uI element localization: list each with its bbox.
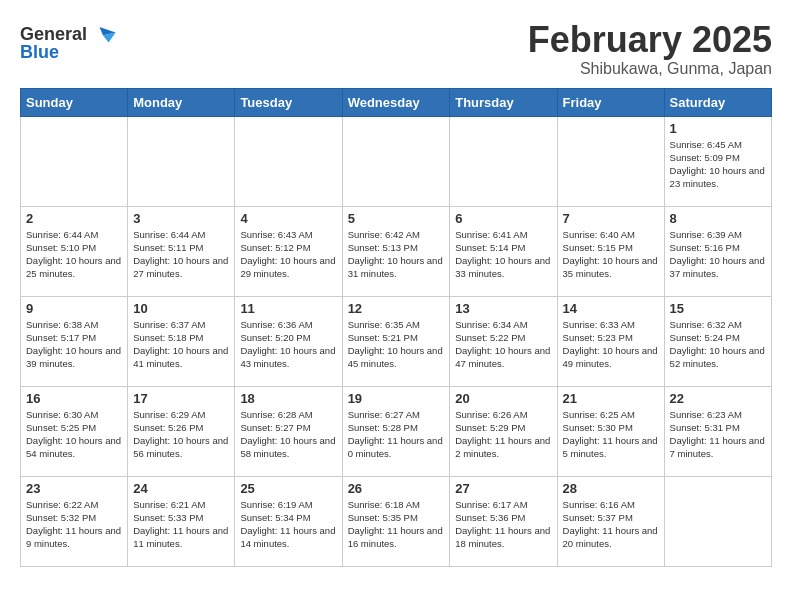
day-info: Sunrise: 6:36 AM Sunset: 5:20 PM Dayligh… <box>240 318 336 371</box>
calendar: SundayMondayTuesdayWednesdayThursdayFrid… <box>20 88 772 567</box>
day-number: 17 <box>133 391 229 406</box>
day-info: Sunrise: 6:21 AM Sunset: 5:33 PM Dayligh… <box>133 498 229 551</box>
day-cell: 16Sunrise: 6:30 AM Sunset: 5:25 PM Dayli… <box>21 386 128 476</box>
weekday-header-sunday: Sunday <box>21 88 128 116</box>
day-number: 27 <box>455 481 551 496</box>
day-number: 3 <box>133 211 229 226</box>
header: General Blue February 2025 Shibukawa, Gu… <box>20 20 772 78</box>
day-info: Sunrise: 6:44 AM Sunset: 5:10 PM Dayligh… <box>26 228 122 281</box>
day-cell: 17Sunrise: 6:29 AM Sunset: 5:26 PM Dayli… <box>128 386 235 476</box>
day-cell: 10Sunrise: 6:37 AM Sunset: 5:18 PM Dayli… <box>128 296 235 386</box>
day-cell: 21Sunrise: 6:25 AM Sunset: 5:30 PM Dayli… <box>557 386 664 476</box>
day-cell: 1Sunrise: 6:45 AM Sunset: 5:09 PM Daylig… <box>664 116 771 206</box>
day-info: Sunrise: 6:26 AM Sunset: 5:29 PM Dayligh… <box>455 408 551 461</box>
title-area: February 2025 Shibukawa, Gunma, Japan <box>528 20 772 78</box>
day-cell: 18Sunrise: 6:28 AM Sunset: 5:27 PM Dayli… <box>235 386 342 476</box>
day-cell <box>235 116 342 206</box>
week-row-2: 9Sunrise: 6:38 AM Sunset: 5:17 PM Daylig… <box>21 296 772 386</box>
day-cell: 6Sunrise: 6:41 AM Sunset: 5:14 PM Daylig… <box>450 206 557 296</box>
day-number: 4 <box>240 211 336 226</box>
day-info: Sunrise: 6:35 AM Sunset: 5:21 PM Dayligh… <box>348 318 445 371</box>
day-number: 19 <box>348 391 445 406</box>
day-cell: 15Sunrise: 6:32 AM Sunset: 5:24 PM Dayli… <box>664 296 771 386</box>
day-number: 15 <box>670 301 766 316</box>
day-number: 21 <box>563 391 659 406</box>
day-cell: 12Sunrise: 6:35 AM Sunset: 5:21 PM Dayli… <box>342 296 450 386</box>
day-info: Sunrise: 6:17 AM Sunset: 5:36 PM Dayligh… <box>455 498 551 551</box>
day-cell: 2Sunrise: 6:44 AM Sunset: 5:10 PM Daylig… <box>21 206 128 296</box>
day-number: 22 <box>670 391 766 406</box>
day-cell <box>664 476 771 566</box>
logo: General Blue <box>20 20 117 63</box>
weekday-header-thursday: Thursday <box>450 88 557 116</box>
day-cell: 25Sunrise: 6:19 AM Sunset: 5:34 PM Dayli… <box>235 476 342 566</box>
day-cell <box>128 116 235 206</box>
logo-blue-text: Blue <box>20 42 59 63</box>
weekday-header-friday: Friday <box>557 88 664 116</box>
day-cell: 11Sunrise: 6:36 AM Sunset: 5:20 PM Dayli… <box>235 296 342 386</box>
day-number: 7 <box>563 211 659 226</box>
day-info: Sunrise: 6:16 AM Sunset: 5:37 PM Dayligh… <box>563 498 659 551</box>
day-cell: 14Sunrise: 6:33 AM Sunset: 5:23 PM Dayli… <box>557 296 664 386</box>
day-info: Sunrise: 6:32 AM Sunset: 5:24 PM Dayligh… <box>670 318 766 371</box>
day-cell: 20Sunrise: 6:26 AM Sunset: 5:29 PM Dayli… <box>450 386 557 476</box>
day-number: 28 <box>563 481 659 496</box>
day-cell: 24Sunrise: 6:21 AM Sunset: 5:33 PM Dayli… <box>128 476 235 566</box>
day-number: 2 <box>26 211 122 226</box>
day-cell: 28Sunrise: 6:16 AM Sunset: 5:37 PM Dayli… <box>557 476 664 566</box>
week-row-3: 16Sunrise: 6:30 AM Sunset: 5:25 PM Dayli… <box>21 386 772 476</box>
day-info: Sunrise: 6:19 AM Sunset: 5:34 PM Dayligh… <box>240 498 336 551</box>
day-number: 26 <box>348 481 445 496</box>
month-title: February 2025 <box>528 20 772 60</box>
day-cell: 22Sunrise: 6:23 AM Sunset: 5:31 PM Dayli… <box>664 386 771 476</box>
day-number: 10 <box>133 301 229 316</box>
day-info: Sunrise: 6:23 AM Sunset: 5:31 PM Dayligh… <box>670 408 766 461</box>
weekday-header-tuesday: Tuesday <box>235 88 342 116</box>
day-number: 20 <box>455 391 551 406</box>
day-cell: 8Sunrise: 6:39 AM Sunset: 5:16 PM Daylig… <box>664 206 771 296</box>
day-info: Sunrise: 6:38 AM Sunset: 5:17 PM Dayligh… <box>26 318 122 371</box>
day-info: Sunrise: 6:45 AM Sunset: 5:09 PM Dayligh… <box>670 138 766 191</box>
day-cell: 9Sunrise: 6:38 AM Sunset: 5:17 PM Daylig… <box>21 296 128 386</box>
day-number: 1 <box>670 121 766 136</box>
weekday-header-wednesday: Wednesday <box>342 88 450 116</box>
day-info: Sunrise: 6:22 AM Sunset: 5:32 PM Dayligh… <box>26 498 122 551</box>
location-title: Shibukawa, Gunma, Japan <box>528 60 772 78</box>
day-info: Sunrise: 6:42 AM Sunset: 5:13 PM Dayligh… <box>348 228 445 281</box>
day-cell: 27Sunrise: 6:17 AM Sunset: 5:36 PM Dayli… <box>450 476 557 566</box>
day-info: Sunrise: 6:30 AM Sunset: 5:25 PM Dayligh… <box>26 408 122 461</box>
day-info: Sunrise: 6:25 AM Sunset: 5:30 PM Dayligh… <box>563 408 659 461</box>
weekday-header-row: SundayMondayTuesdayWednesdayThursdayFrid… <box>21 88 772 116</box>
day-cell: 26Sunrise: 6:18 AM Sunset: 5:35 PM Dayli… <box>342 476 450 566</box>
day-number: 16 <box>26 391 122 406</box>
weekday-header-saturday: Saturday <box>664 88 771 116</box>
day-info: Sunrise: 6:43 AM Sunset: 5:12 PM Dayligh… <box>240 228 336 281</box>
day-number: 12 <box>348 301 445 316</box>
day-number: 9 <box>26 301 122 316</box>
day-cell: 4Sunrise: 6:43 AM Sunset: 5:12 PM Daylig… <box>235 206 342 296</box>
day-number: 24 <box>133 481 229 496</box>
week-row-1: 2Sunrise: 6:44 AM Sunset: 5:10 PM Daylig… <box>21 206 772 296</box>
day-info: Sunrise: 6:37 AM Sunset: 5:18 PM Dayligh… <box>133 318 229 371</box>
day-info: Sunrise: 6:44 AM Sunset: 5:11 PM Dayligh… <box>133 228 229 281</box>
day-number: 18 <box>240 391 336 406</box>
day-number: 13 <box>455 301 551 316</box>
day-info: Sunrise: 6:29 AM Sunset: 5:26 PM Dayligh… <box>133 408 229 461</box>
day-cell: 5Sunrise: 6:42 AM Sunset: 5:13 PM Daylig… <box>342 206 450 296</box>
day-cell: 13Sunrise: 6:34 AM Sunset: 5:22 PM Dayli… <box>450 296 557 386</box>
day-number: 23 <box>26 481 122 496</box>
day-cell: 19Sunrise: 6:27 AM Sunset: 5:28 PM Dayli… <box>342 386 450 476</box>
day-number: 8 <box>670 211 766 226</box>
day-info: Sunrise: 6:33 AM Sunset: 5:23 PM Dayligh… <box>563 318 659 371</box>
day-cell <box>557 116 664 206</box>
day-info: Sunrise: 6:27 AM Sunset: 5:28 PM Dayligh… <box>348 408 445 461</box>
week-row-0: 1Sunrise: 6:45 AM Sunset: 5:09 PM Daylig… <box>21 116 772 206</box>
day-info: Sunrise: 6:18 AM Sunset: 5:35 PM Dayligh… <box>348 498 445 551</box>
day-number: 11 <box>240 301 336 316</box>
day-cell <box>21 116 128 206</box>
week-row-4: 23Sunrise: 6:22 AM Sunset: 5:32 PM Dayli… <box>21 476 772 566</box>
logo-bird-icon <box>89 20 117 48</box>
day-number: 5 <box>348 211 445 226</box>
day-cell <box>450 116 557 206</box>
weekday-header-monday: Monday <box>128 88 235 116</box>
